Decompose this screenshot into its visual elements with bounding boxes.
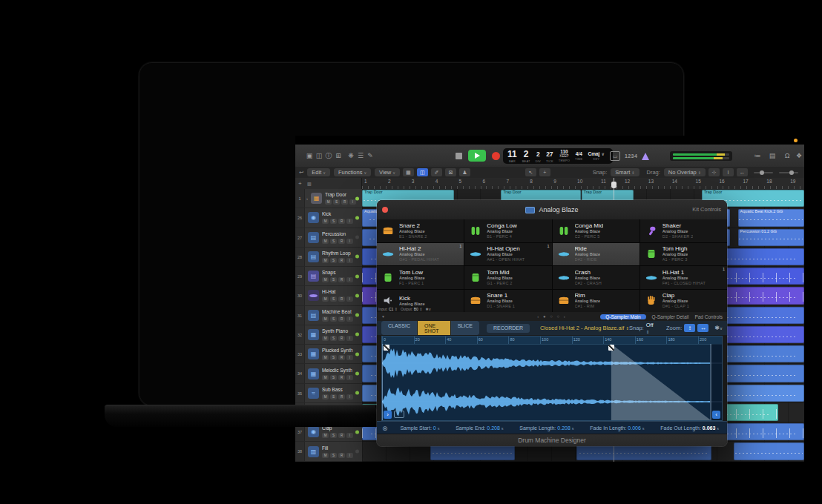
input-monitor-button[interactable]: I xyxy=(346,316,353,322)
track-header-trap-door[interactable]: 1›▦Trap DoorMSRI xyxy=(295,189,362,208)
record-enable-button[interactable]: R xyxy=(338,355,345,360)
flex-tool-icon[interactable]: ✐ xyxy=(431,168,442,176)
synth-icon[interactable]: ▦ xyxy=(308,329,319,340)
clap-drum-icon[interactable]: ◉ xyxy=(308,426,319,437)
custom-lcd-icon[interactable]: ▭ xyxy=(610,151,620,161)
record-enable-button[interactable]: R xyxy=(338,258,345,263)
lcd-key[interactable]: Cmaj∨KEY xyxy=(588,152,605,161)
sampler-icon[interactable]: ▤ xyxy=(308,271,319,282)
pad-gear-icon[interactable]: ✱∨ xyxy=(425,307,431,311)
drum-pad-snare-2[interactable]: Snare 2Analog BlazeE1 - SNARE 2 xyxy=(377,219,464,242)
drum-machine-icon[interactable]: ▦ xyxy=(311,193,322,204)
record-enable-button[interactable]: R xyxy=(341,199,348,205)
marquee-tool-icon[interactable]: ⊠ xyxy=(445,168,456,176)
lcd-tempo[interactable]: 110KEEPTEMPO xyxy=(559,150,570,162)
pointer-tool-dropdown[interactable]: ↖ xyxy=(525,168,536,176)
loop-mode-icon[interactable] xyxy=(394,411,404,418)
track-name[interactable]: Melodic Synth xyxy=(322,368,353,374)
sample-file-dropdown[interactable]: Closed Hi-Hat 2 - Analog Blaze.aif ⇕ xyxy=(540,325,629,331)
drum-pad-kick[interactable]: KickAnalog BlazeInput: C1 ⇕Output: B0 ⇕✱… xyxy=(377,290,464,313)
zoom-vertical-button[interactable]: ↕ xyxy=(684,324,695,332)
track-header-kick[interactable]: 26◉KickMSRI xyxy=(295,208,362,228)
snap-dropdown[interactable]: Smart⇕ xyxy=(611,168,639,176)
mute-button[interactable]: M xyxy=(322,239,329,244)
bar-ruler[interactable]: + ▥ 12345678910111213141516171819 xyxy=(295,178,804,190)
mute-button[interactable]: M xyxy=(322,258,329,263)
stop-button[interactable] xyxy=(456,153,462,159)
input-monitor-button[interactable]: I xyxy=(346,336,353,341)
bass-icon[interactable]: ≈ xyxy=(308,388,319,399)
lcd-time-signature[interactable]: 4/4TIME xyxy=(575,152,582,161)
drum-pad-conga-low[interactable]: Conga LowAnalog BlazeB1 - PERC 4 xyxy=(464,219,551,242)
track-sort-icon[interactable]: ▥ xyxy=(307,182,312,186)
solo-button[interactable]: S xyxy=(330,355,337,360)
solo-button[interactable]: S xyxy=(333,199,340,205)
drum-pad-ride[interactable]: RideAnalog BlazeD#2 - RIDE xyxy=(553,243,639,266)
track-header-synth-piano[interactable]: 32▦Synth PianoMSRI xyxy=(295,325,362,345)
drum-pad-rim[interactable]: RimAnalog BlazeC#1 - RIM xyxy=(553,290,639,313)
input-monitor-button[interactable]: I xyxy=(346,375,353,380)
synth-icon[interactable]: ▦ xyxy=(308,348,319,359)
record-enable-button[interactable]: R xyxy=(338,394,345,399)
record-enable-button[interactable]: R xyxy=(338,277,345,282)
drum-pad-hi-hat-open[interactable]: Hi-Hat OpenAnalog BlazeA#1 - OPEN HIHAT1 xyxy=(464,243,551,266)
track-header-fill[interactable]: 38▥FillMSRI xyxy=(295,442,362,461)
mute-button[interactable]: M xyxy=(322,453,329,458)
add-track-button[interactable]: + xyxy=(298,180,302,187)
edit-menu[interactable]: Edit∨ xyxy=(307,168,330,176)
region[interactable]: Percussion 01.2 GG xyxy=(738,229,804,246)
track-name[interactable]: Sub Bass xyxy=(322,387,353,393)
mode-slice[interactable]: SLICE xyxy=(451,321,479,335)
horizontal-zoom-slider[interactable] xyxy=(779,172,798,173)
solo-button[interactable]: S xyxy=(330,296,337,302)
catch-playhead-icon[interactable]: ↩ xyxy=(299,169,303,176)
region[interactable] xyxy=(734,442,804,460)
plugin-title-bar[interactable]: Analog Blaze Kit Controls xyxy=(377,200,727,220)
track-header-sub-bass[interactable]: 35≈Sub BassMSRI xyxy=(295,384,362,403)
sampler-icon[interactable]: ▤ xyxy=(308,251,319,262)
mixer-icon[interactable]: ☰ xyxy=(355,150,366,161)
view-menu[interactable]: View∨ xyxy=(375,168,400,176)
solo-button[interactable]: S xyxy=(330,375,337,380)
input-monitor-button[interactable]: I xyxy=(346,239,353,244)
fade-out-handle[interactable] xyxy=(608,345,614,351)
track-header-melodic-synth[interactable]: 34▦Melodic SynthMSRI xyxy=(295,364,362,383)
inspector-icon[interactable]: ◫ xyxy=(314,150,324,161)
input-monitor-button[interactable]: I xyxy=(346,355,353,360)
disclosure-arrow-icon[interactable]: › xyxy=(306,196,308,201)
track-header-percussion[interactable]: 27▤PercussionMSRI xyxy=(295,228,362,248)
track-name[interactable]: Synth Piano xyxy=(322,328,353,334)
library-icon[interactable]: ▣ xyxy=(304,150,315,161)
drag-dropdown[interactable]: No Overlap⇕ xyxy=(664,168,706,176)
vertical-zoom-icon[interactable]: I xyxy=(723,168,734,176)
input-monitor-button[interactable]: I xyxy=(346,258,353,263)
drum-pad-hi-hat-1[interactable]: Hi-Hat 1Analog BlazeF#1 - CLOSED HIHAT1 xyxy=(640,266,727,289)
info-fade-in-length[interactable]: Fade In Length:0.006 s xyxy=(590,425,644,431)
quick-help-icon[interactable]: ⓘ xyxy=(323,150,334,161)
editors-icon[interactable]: ✎ xyxy=(365,150,375,161)
solo-button[interactable]: S xyxy=(330,277,337,282)
wave-settings-gear-icon[interactable]: ✱∨ xyxy=(714,325,723,331)
zoom-horizontal-button[interactable]: ↔ xyxy=(697,324,708,332)
mute-button[interactable]: M xyxy=(322,296,329,302)
automation-tool-icon[interactable]: ◫ xyxy=(417,168,428,176)
solo-button[interactable]: S xyxy=(330,394,337,399)
lcd-display[interactable]: 11BAR 2BEAT 2DIV 27TICK 110KEEPTEMPO 4/4… xyxy=(503,148,613,164)
info-sample-end[interactable]: Sample End:0.208 s xyxy=(456,425,503,431)
track-header-rhythm-loop[interactable]: 28▤Rhythm LoopMSRI xyxy=(295,248,362,267)
drum-pad-tom-low[interactable]: Tom LowAnalog BlazeF1 - PERC 1 xyxy=(377,266,464,289)
info-sample-length[interactable]: Sample Length:0.208 s xyxy=(519,425,573,431)
record-enable-button[interactable]: R xyxy=(338,433,345,438)
region[interactable]: Aquatic Beat Kick.2 GG xyxy=(738,209,804,226)
clear-icon[interactable]: ⊗ xyxy=(382,425,388,432)
solo-button[interactable]: S xyxy=(330,316,337,322)
solo-button[interactable]: S xyxy=(330,219,337,224)
drum-pad-clap[interactable]: ClapAnalog BlazeD#1 - CLAP 1 xyxy=(640,290,727,313)
playhead-handle[interactable] xyxy=(611,182,616,188)
drum-pad-conga-mid[interactable]: Conga MidAnalog BlazeC2 - PERC 5 xyxy=(553,219,639,242)
solo-button[interactable]: S xyxy=(330,336,337,341)
mute-button[interactable]: M xyxy=(325,199,332,205)
track-name[interactable]: Fill xyxy=(322,445,353,451)
input-monitor-button[interactable]: I xyxy=(346,277,353,282)
scroll-right-button[interactable]: ‹ xyxy=(712,411,720,419)
